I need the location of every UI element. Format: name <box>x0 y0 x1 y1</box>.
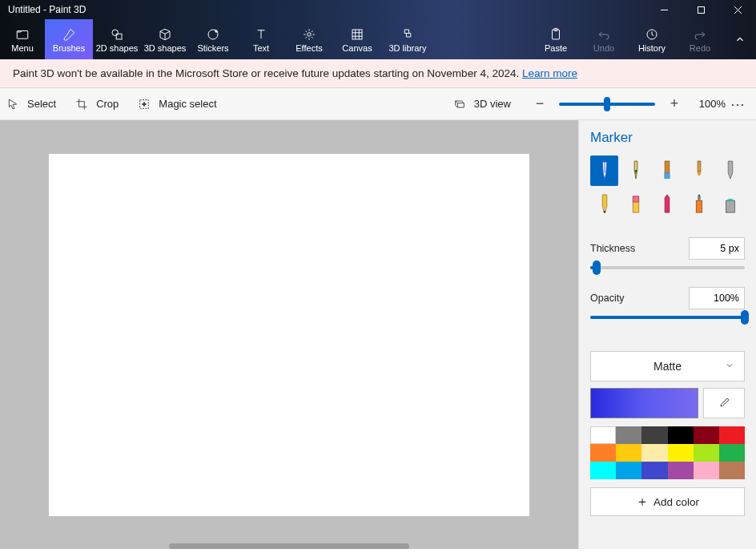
minimize-button[interactable] <box>645 0 682 19</box>
tab-text[interactable]: Text <box>237 19 285 59</box>
horizontal-scrollbar[interactable] <box>169 543 409 549</box>
tab-label: Brushes <box>53 43 85 53</box>
window-title: Untitled - Paint 3D <box>8 4 86 15</box>
svg-rect-15 <box>665 173 670 179</box>
brush-marker[interactable] <box>590 155 618 186</box>
eyedropper-button[interactable] <box>703 388 745 418</box>
tab-label: Effects <box>296 43 322 53</box>
panel-title: Marker <box>590 130 745 146</box>
color-swatch[interactable] <box>694 426 719 444</box>
tab-3d-library[interactable]: 3D library <box>381 19 434 59</box>
redo-icon <box>693 26 707 43</box>
banner-link[interactable]: Learn more <box>522 67 577 79</box>
workarea: Marker <box>0 120 756 549</box>
3d-view-toggle[interactable]: 3D view <box>453 98 511 111</box>
brush-spray-can[interactable] <box>685 189 713 220</box>
3d-view-icon <box>453 98 466 111</box>
close-button[interactable] <box>719 0 756 19</box>
color-swatch[interactable] <box>641 426 667 444</box>
color-swatch[interactable] <box>668 444 694 462</box>
redo-button[interactable]: Redo <box>676 19 724 59</box>
color-swatch[interactable] <box>590 462 616 479</box>
color-swatch[interactable] <box>668 426 694 444</box>
svg-rect-19 <box>633 202 638 212</box>
ribbon-label: History <box>638 43 666 53</box>
tab-label: Canvas <box>342 43 372 53</box>
brush-oil[interactable] <box>653 155 682 186</box>
titlebar: Untitled - Paint 3D <box>0 0 756 19</box>
color-swatch[interactable] <box>668 462 694 479</box>
tool-label: Select <box>27 98 56 110</box>
brush-calligraphy-pen[interactable] <box>621 155 649 186</box>
color-swatch[interactable] <box>641 462 667 479</box>
material-select[interactable]: Matte <box>590 351 745 381</box>
canvas[interactable] <box>49 154 529 516</box>
undo-icon <box>597 26 611 43</box>
tab-label: 3D shapes <box>144 43 187 53</box>
color-swatch[interactable] <box>641 444 667 462</box>
thickness-slider[interactable] <box>590 266 745 269</box>
crop-tool[interactable]: Crop <box>75 98 119 111</box>
eyedropper-icon <box>718 397 730 410</box>
tab-stickers[interactable]: Stickers <box>189 19 237 59</box>
zoom-in-button[interactable]: + <box>665 95 684 114</box>
current-color-swatch[interactable] <box>590 388 698 418</box>
crop-icon <box>75 98 88 111</box>
zoom-slider[interactable] <box>559 103 655 106</box>
color-swatch[interactable] <box>616 462 641 479</box>
tab-label: Stickers <box>197 43 228 53</box>
brush-crayon[interactable] <box>653 189 682 220</box>
tool-label: Magic select <box>159 98 216 110</box>
brush-eraser[interactable] <box>621 189 649 220</box>
svg-point-22 <box>698 195 701 197</box>
tab-3d-shapes[interactable]: 3D shapes <box>141 19 189 59</box>
select-tool[interactable]: Select <box>6 98 56 111</box>
tab-2d-shapes[interactable]: 2D shapes <box>93 19 141 59</box>
brush-watercolor[interactable] <box>685 155 713 186</box>
color-swatch[interactable] <box>616 444 641 462</box>
tab-canvas[interactable]: Canvas <box>333 19 381 59</box>
brush-pixel-pen[interactable] <box>717 155 745 186</box>
color-swatch[interactable] <box>590 426 616 444</box>
ribbon-label: Undo <box>593 43 614 53</box>
canvas-icon <box>350 26 364 43</box>
side-panel: Marker <box>578 120 756 549</box>
brush-icon <box>62 26 76 43</box>
paste-button[interactable]: Paste <box>532 19 580 59</box>
menu-button[interactable]: Menu <box>0 19 45 59</box>
canvas-viewport[interactable] <box>0 120 578 549</box>
svg-rect-21 <box>698 196 701 201</box>
zoom-controls: − + 100% <box>530 95 726 114</box>
zoom-out-button[interactable]: − <box>530 95 549 114</box>
tab-brushes[interactable]: Brushes <box>45 19 93 59</box>
text-icon <box>254 26 268 43</box>
color-swatch[interactable] <box>719 462 745 479</box>
tool-label: Crop <box>96 98 119 110</box>
opacity-input[interactable] <box>689 287 745 309</box>
color-swatch[interactable] <box>694 462 719 479</box>
add-color-button[interactable]: ＋ Add color <box>590 487 745 516</box>
color-swatch[interactable] <box>590 444 616 462</box>
material-value: Matte <box>653 360 682 373</box>
color-swatch[interactable] <box>719 444 745 462</box>
brush-fill[interactable] <box>717 189 745 220</box>
brush-pencil[interactable] <box>590 189 618 220</box>
svg-rect-16 <box>698 161 701 172</box>
ribbon-label: Redo <box>690 43 710 53</box>
toolbar-more-button[interactable]: ⋯ <box>726 92 750 116</box>
undo-button[interactable]: Undo <box>580 19 628 59</box>
color-swatch[interactable] <box>616 426 641 444</box>
color-swatch[interactable] <box>694 444 719 462</box>
chevron-down-icon <box>725 360 734 373</box>
color-swatch[interactable] <box>719 426 745 444</box>
ribbon-collapse-toggle[interactable] <box>724 19 756 59</box>
maximize-button[interactable] <box>682 0 719 19</box>
opacity-slider[interactable] <box>590 316 745 319</box>
tab-effects[interactable]: Effects <box>285 19 333 59</box>
svg-point-17 <box>603 211 605 213</box>
toolbar: Select Crop Magic select 3D view − + 100… <box>0 88 756 120</box>
svg-rect-23 <box>726 200 735 212</box>
history-button[interactable]: History <box>628 19 676 59</box>
thickness-input[interactable] <box>689 237 745 260</box>
magic-select-tool[interactable]: Magic select <box>138 98 216 111</box>
